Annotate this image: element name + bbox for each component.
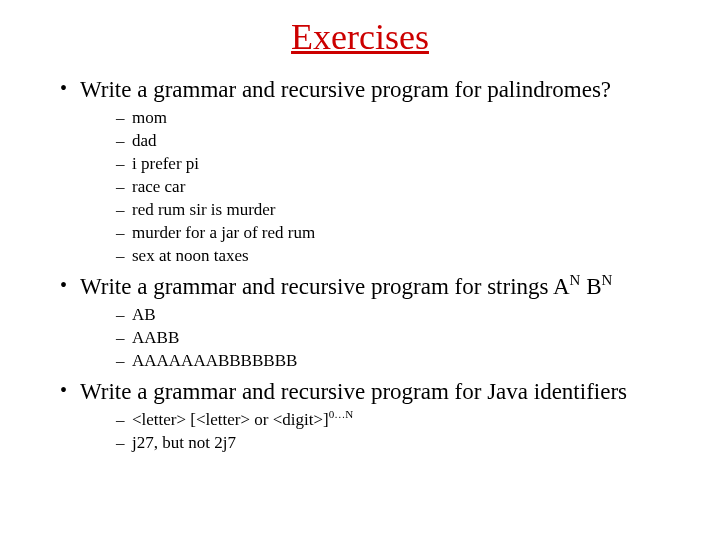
- item-text: murder for a jar of red rum: [132, 223, 315, 242]
- bullet-palindromes: Write a grammar and recursive program fo…: [60, 76, 700, 267]
- item-text: mom: [132, 108, 167, 127]
- item-text: i prefer pi: [132, 154, 199, 173]
- list-item: AABB: [116, 327, 700, 349]
- list-item: mom: [116, 107, 700, 129]
- sub-list-anbn: AB AABB AAAAAAABBBBBBB: [80, 304, 700, 372]
- list-item: dad: [116, 130, 700, 152]
- sub-list-palindromes: mom dad i prefer pi race car red rum sir…: [80, 107, 700, 268]
- superscript-n2: N: [601, 273, 612, 289]
- superscript-range: 0…N: [329, 409, 354, 421]
- list-item: AB: [116, 304, 700, 326]
- item-text: j27, but not 2j7: [132, 433, 236, 452]
- list-item: AAAAAAABBBBBBB: [116, 350, 700, 372]
- item-text: AABB: [132, 328, 179, 347]
- bullet-text: Write a grammar and recursive program fo…: [80, 77, 611, 102]
- list-item: red rum sir is murder: [116, 199, 700, 221]
- item-text-prefix: <letter> [<letter> or <digit>]: [132, 410, 329, 429]
- list-item: j27, but not 2j7: [116, 432, 700, 454]
- bullet-text-prefix: Write a grammar and recursive program fo…: [80, 274, 570, 299]
- bullet-identifiers: Write a grammar and recursive program fo…: [60, 378, 700, 454]
- item-text: red rum sir is murder: [132, 200, 276, 219]
- item-text: AB: [132, 305, 156, 324]
- list-item: race car: [116, 176, 700, 198]
- bullet-list: Write a grammar and recursive program fo…: [20, 76, 700, 454]
- bullet-text: Write a grammar and recursive program fo…: [80, 379, 627, 404]
- superscript-n1: N: [570, 273, 581, 289]
- list-item: sex at noon taxes: [116, 245, 700, 267]
- item-text: race car: [132, 177, 185, 196]
- item-text: sex at noon taxes: [132, 246, 249, 265]
- list-item: murder for a jar of red rum: [116, 222, 700, 244]
- sub-list-identifiers: <letter> [<letter> or <digit>]0…N j27, b…: [80, 409, 700, 454]
- list-item: i prefer pi: [116, 153, 700, 175]
- item-text: AAAAAAABBBBBBB: [132, 351, 297, 370]
- list-item: <letter> [<letter> or <digit>]0…N: [116, 409, 700, 431]
- slide-title: Exercises: [20, 16, 700, 58]
- bullet-text-mid: B: [580, 274, 601, 299]
- item-text: dad: [132, 131, 157, 150]
- slide: Exercises Write a grammar and recursive …: [0, 0, 720, 540]
- bullet-anbn: Write a grammar and recursive program fo…: [60, 273, 700, 372]
